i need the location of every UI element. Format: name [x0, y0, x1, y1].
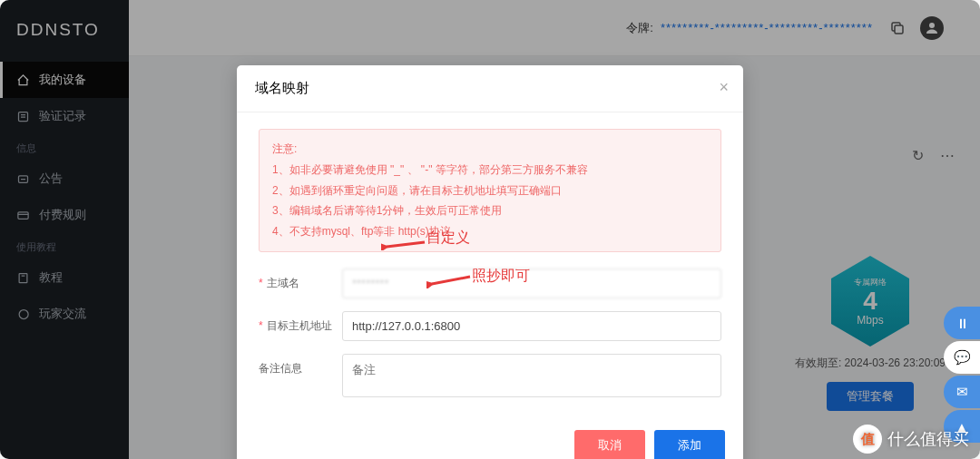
watermark: 值 什么值得买	[853, 425, 969, 454]
watermark-badge: 值	[853, 425, 882, 454]
float-chat-icon[interactable]: 💬	[944, 341, 980, 374]
target-host-label: *目标主机地址	[259, 311, 342, 334]
float-mail-icon[interactable]: ✉	[944, 376, 980, 408]
notice-box: 注意: 1、如非必要请避免使用 "_" 、 "-" 等字符，部分第三方服务不兼容…	[259, 129, 721, 252]
modal-title: 域名映射	[237, 65, 743, 112]
target-host-input[interactable]	[342, 311, 721, 341]
float-buttons: ⏸ 💬 ✉ ▲	[944, 307, 980, 443]
close-icon[interactable]: ×	[719, 78, 729, 97]
remark-label: 备注信息	[259, 354, 342, 376]
main-domain-input[interactable]	[342, 269, 721, 298]
domain-mapping-modal: 域名映射 × 注意: 1、如非必要请避免使用 "_" 、 "-" 等字符，部分第…	[237, 65, 743, 459]
main-domain-label: *主域名	[259, 269, 342, 291]
add-button[interactable]: 添加	[654, 430, 725, 459]
float-pause-icon[interactable]: ⏸	[944, 307, 980, 339]
modal-overlay: 域名映射 × 注意: 1、如非必要请避免使用 "_" 、 "-" 等字符，部分第…	[0, 0, 980, 459]
cancel-button[interactable]: 取消	[574, 430, 645, 459]
remark-input[interactable]	[342, 354, 721, 397]
